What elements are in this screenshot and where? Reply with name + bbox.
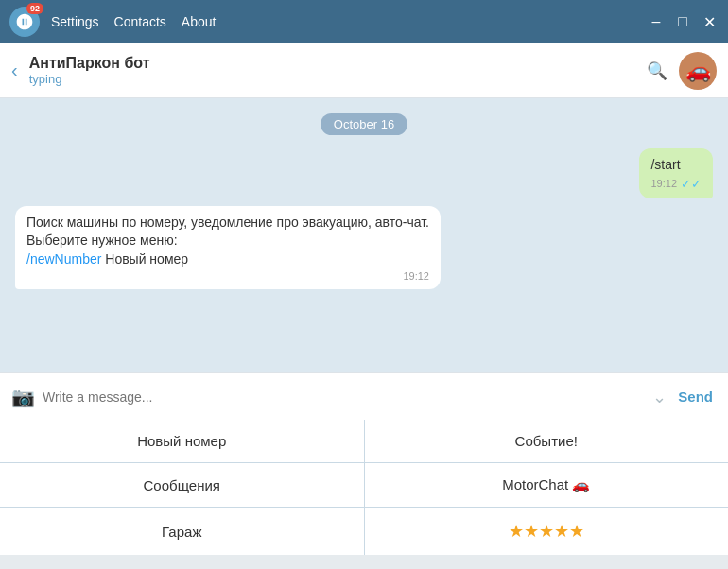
message-text: /start bbox=[650, 156, 702, 175]
chat-area: October 16 /start 19:12 ✓✓ Поиск машины … bbox=[0, 98, 728, 372]
message-bubble-incoming: Поиск машины по номеру, уведомление про … bbox=[15, 206, 441, 290]
message-meta: 19:12 ✓✓ bbox=[650, 177, 702, 191]
chat-actions: 🔍 🚗 bbox=[647, 52, 717, 90]
bot-keyboard: Новый номер Событие! Сообщения MotorChat… bbox=[0, 420, 728, 555]
menu-bar: Settings Contacts About bbox=[51, 14, 639, 29]
chat-name: АнтиПаркон бот bbox=[29, 55, 647, 72]
title-bar: 92 Settings Contacts About – □ ✕ bbox=[0, 0, 728, 43]
menu-contacts[interactable]: Contacts bbox=[114, 14, 166, 29]
message-time: 19:12 bbox=[650, 178, 677, 189]
notification-badge: 92 bbox=[26, 3, 43, 14]
chat-header: ‹ АнтиПаркон бот typing 🔍 🚗 bbox=[0, 43, 728, 98]
message-time: 19:12 bbox=[403, 270, 429, 282]
keyboard-btn-messages[interactable]: Сообщения bbox=[0, 463, 364, 507]
message-text: Поиск машины по номеру, уведомление про … bbox=[26, 214, 429, 269]
scroll-down-icon[interactable]: ⌄ bbox=[652, 387, 667, 407]
camera-icon[interactable]: 📷 bbox=[11, 386, 35, 408]
chat-info: АнтиПаркон бот typing bbox=[29, 55, 647, 86]
keyboard-btn-motorchat[interactable]: MotorChat 🚗 bbox=[365, 463, 729, 507]
keyboard-btn-stars[interactable]: ★★★★★ bbox=[365, 508, 729, 555]
stars-icon: ★★★★★ bbox=[509, 522, 584, 541]
new-number-link[interactable]: /newNumber bbox=[26, 251, 101, 267]
menu-about[interactable]: About bbox=[182, 14, 217, 29]
message-bubble-outgoing: /start 19:12 ✓✓ bbox=[639, 148, 713, 198]
date-divider: October 16 bbox=[15, 113, 713, 135]
message-input[interactable] bbox=[43, 389, 645, 405]
message-row: /start 19:12 ✓✓ bbox=[15, 148, 713, 198]
message-row: Поиск машины по номеру, уведомление про … bbox=[15, 206, 713, 290]
double-check-icon: ✓✓ bbox=[681, 177, 702, 191]
input-area: 📷 ⌄ Send bbox=[0, 372, 728, 420]
close-button[interactable]: ✕ bbox=[700, 12, 719, 31]
keyboard-btn-garage[interactable]: Гараж bbox=[0, 508, 364, 555]
avatar: 🚗 bbox=[679, 52, 717, 90]
link-suffix: Новый номер bbox=[101, 251, 188, 267]
minimize-button[interactable]: – bbox=[647, 12, 666, 31]
back-button[interactable]: ‹ bbox=[11, 60, 18, 81]
search-icon[interactable]: 🔍 bbox=[647, 60, 667, 81]
chat-status: typing bbox=[29, 72, 647, 86]
app-logo: 92 bbox=[9, 7, 40, 37]
message-meta: 19:12 bbox=[26, 270, 429, 282]
menu-settings[interactable]: Settings bbox=[51, 14, 99, 29]
date-label: October 16 bbox=[321, 113, 407, 135]
send-button[interactable]: Send bbox=[674, 388, 717, 405]
avatar-icon: 🚗 bbox=[685, 59, 711, 83]
window-controls: – □ ✕ bbox=[647, 12, 719, 31]
maximize-button[interactable]: □ bbox=[673, 12, 692, 31]
keyboard-btn-new-number[interactable]: Новый номер bbox=[0, 420, 364, 462]
keyboard-btn-event[interactable]: Событие! bbox=[365, 420, 729, 462]
